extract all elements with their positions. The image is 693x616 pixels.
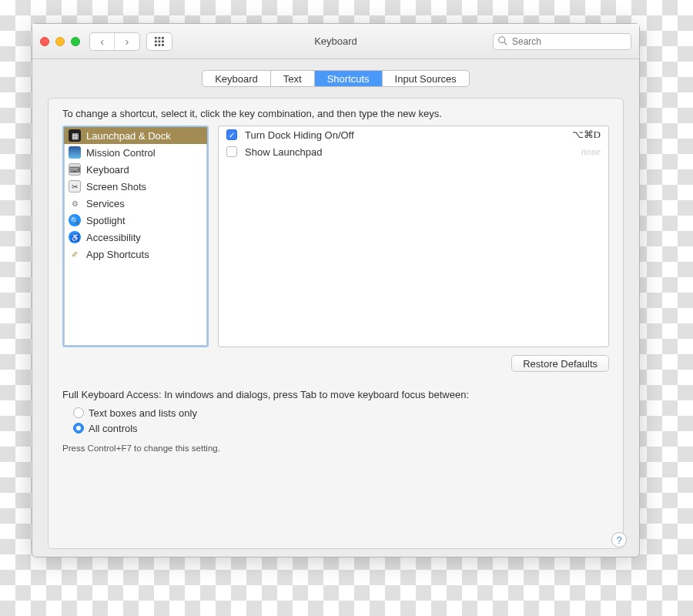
category-app-shortcuts[interactable]: ✐ App Shortcuts	[64, 246, 207, 263]
columns: ▦ Launchpad & Dock Mission Control ⌨ Key…	[62, 126, 609, 347]
launchpad-icon: ▦	[69, 129, 81, 142]
preferences-window: ‹ › Keyboard Keyboard Text Shortcuts Inp…	[32, 23, 640, 557]
category-keyboard[interactable]: ⌨ Keyboard	[64, 161, 207, 178]
shortcut-list[interactable]: ✓ Turn Dock Hiding On/Off ⌥⌘D Show Launc…	[218, 126, 609, 347]
category-accessibility[interactable]: ♿ Accessibility	[64, 229, 207, 246]
search-input[interactable]	[493, 33, 631, 50]
category-mission-control[interactable]: Mission Control	[64, 144, 207, 161]
shortcut-keys[interactable]: ⌥⌘D	[572, 129, 601, 141]
category-spotlight[interactable]: 🔍 Spotlight	[64, 212, 207, 229]
category-label: Mission Control	[86, 147, 156, 159]
accessibility-icon: ♿	[69, 231, 81, 243]
titlebar: ‹ › Keyboard	[32, 24, 639, 59]
svg-line-1	[504, 42, 507, 45]
radio-icon	[73, 407, 84, 418]
category-screen-shots[interactable]: ✂ Screen Shots	[64, 178, 207, 195]
shortcut-name: Turn Dock Hiding On/Off	[245, 129, 564, 141]
shortcut-row[interactable]: ✓ Turn Dock Hiding On/Off ⌥⌘D	[219, 126, 608, 143]
tab-text[interactable]: Text	[271, 71, 315, 86]
search-field-wrap	[493, 33, 631, 50]
services-icon: ⚙	[69, 197, 81, 209]
tab-shortcuts[interactable]: Shortcuts	[315, 71, 383, 86]
mission-control-icon	[69, 146, 81, 159]
shortcut-name: Show Launchpad	[245, 146, 574, 158]
category-label: Accessibility	[86, 232, 141, 243]
radio-label: All controls	[89, 423, 138, 434]
tab-keyboard[interactable]: Keyboard	[203, 71, 271, 86]
category-label: Services	[86, 198, 125, 209]
minimize-icon[interactable]	[55, 37, 65, 46]
zoom-icon[interactable]	[71, 37, 80, 46]
search-icon	[497, 35, 508, 46]
category-label: Screen Shots	[86, 181, 146, 192]
radio-all-controls[interactable]: All controls	[73, 420, 609, 436]
shortcut-keys[interactable]: none	[581, 146, 601, 158]
close-icon[interactable]	[40, 37, 49, 46]
category-label: App Shortcuts	[86, 249, 149, 260]
screenshot-icon: ✂	[69, 180, 81, 192]
tab-input-sources[interactable]: Input Sources	[383, 71, 469, 86]
grid-icon	[154, 36, 165, 47]
shortcut-checkbox[interactable]: ✓	[226, 129, 237, 140]
radio-text-boxes-only[interactable]: Text boxes and lists only	[73, 405, 609, 420]
shortcuts-panel: To change a shortcut, select it, click t…	[48, 98, 624, 549]
category-services[interactable]: ⚙ Services	[64, 195, 207, 212]
show-all-button[interactable]	[146, 32, 172, 51]
category-launchpad-dock[interactable]: ▦ Launchpad & Dock	[64, 127, 207, 144]
nav-segment: ‹ ›	[89, 32, 140, 51]
radio-icon	[73, 423, 84, 434]
shortcut-checkbox[interactable]	[226, 146, 237, 157]
forward-button[interactable]: ›	[115, 33, 139, 50]
traffic-lights	[40, 37, 80, 46]
restore-defaults-button[interactable]: Restore Defaults	[511, 355, 609, 372]
category-label: Launchpad & Dock	[86, 130, 171, 142]
shortcut-row[interactable]: Show Launchpad none	[219, 143, 608, 160]
category-label: Spotlight	[86, 215, 126, 226]
category-label: Keyboard	[86, 164, 129, 176]
radio-label: Text boxes and lists only	[89, 407, 197, 419]
fka-hint: Press Control+F7 to change this setting.	[62, 444, 609, 453]
spotlight-icon: 🔍	[69, 214, 81, 226]
back-button[interactable]: ‹	[90, 33, 115, 50]
svg-point-0	[499, 36, 505, 42]
help-button[interactable]: ?	[611, 532, 627, 547]
apps-icon: ✐	[69, 248, 81, 260]
full-keyboard-access-label: Full Keyboard Access: In windows and dia…	[62, 389, 609, 400]
fka-radio-group: Text boxes and lists only All controls	[73, 405, 609, 436]
category-list[interactable]: ▦ Launchpad & Dock Mission Control ⌨ Key…	[62, 126, 209, 347]
window-body: Keyboard Text Shortcuts Input Sources To…	[32, 59, 639, 557]
instruction-text: To change a shortcut, select it, click t…	[62, 108, 609, 119]
tab-bar: Keyboard Text Shortcuts Input Sources	[202, 70, 470, 87]
keyboard-icon: ⌨	[69, 163, 81, 176]
